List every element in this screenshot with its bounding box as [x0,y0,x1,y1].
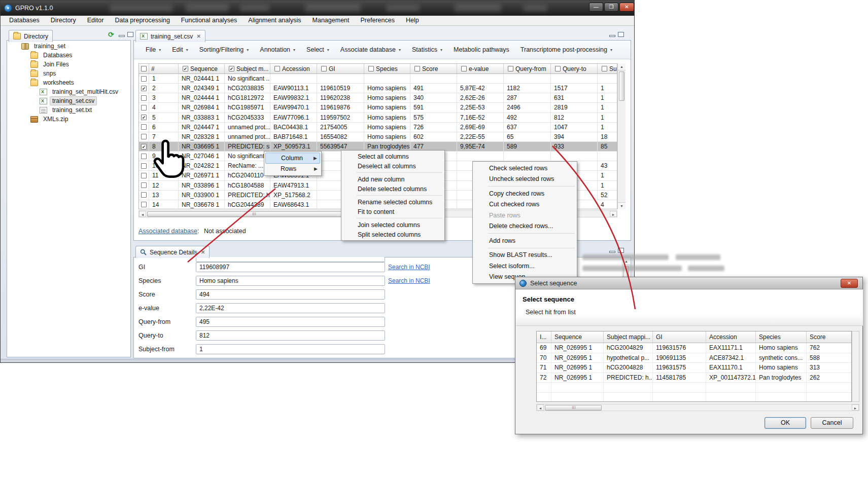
panel-minimize-icon[interactable] [609,251,615,253]
menu-item-column[interactable]: Column▶ [265,153,320,164]
field-input-query-from[interactable]: 495 [196,317,385,327]
field-input-gi[interactable]: 119608997 [196,262,385,272]
menu-item-copy-checked-rows[interactable]: Copy checked rows [474,188,576,199]
select-all-checkbox[interactable] [141,66,147,71]
column-header-score[interactable]: Score [410,64,457,73]
row-checkbox[interactable] [141,202,147,207]
associated-database-link[interactable]: Associated database [138,228,197,235]
toolbar-statistics[interactable]: Statistics▾ [406,46,448,53]
menu-item-uncheck-selected-rows[interactable]: Uncheck selected rows [474,174,576,185]
tree-item-xmls-zip[interactable]: XMLs.zip [7,115,130,124]
table-row[interactable]: 5NR_033883 1hCG2045333EAW77096.111959750… [139,113,617,123]
column-checkbox[interactable] [602,66,607,71]
table-row[interactable]: 4NR_026984 1hCG1985971EAW99470.111961987… [139,103,617,113]
window-close-button[interactable]: ✕ [619,3,634,12]
menu-item-select-isoform[interactable]: Select isoform... [474,261,576,272]
row-checkbox[interactable] [141,115,147,120]
tree-item-training-set-txt[interactable]: training_set.txt [7,105,130,115]
toolbar-select[interactable]: Select▾ [301,46,335,53]
row-checkbox[interactable] [141,124,147,130]
column-checkbox[interactable] [183,66,188,71]
menubar-item-functional-analyses[interactable]: Functional analyses [176,16,242,25]
column-header-subject-m[interactable]: Subject m... [225,64,270,73]
row-checkbox-cell[interactable] [139,93,149,102]
row-checkbox[interactable] [141,86,147,91]
tab-directory[interactable]: Directory [9,30,53,42]
table-header-select-all[interactable] [139,64,149,73]
column-checkbox[interactable] [555,66,561,71]
column-header-species[interactable]: Species [364,64,410,73]
toolbar-associate-database[interactable]: Associate database▾ [335,46,406,53]
dialog-column-header-accession[interactable]: Accession [706,331,756,343]
column-header-gi[interactable]: GI [317,64,364,73]
dialog-column-header-score[interactable]: Score [807,331,852,343]
dialog-table-row[interactable]: 69NR_026995 1hCG2004829119631576EAX11171… [537,343,851,353]
field-input-subject-from[interactable]: 1 [196,344,385,354]
row-checkbox-cell[interactable] [139,74,149,83]
dialog-hits-table[interactable]: I...SequenceSubject mappi...GIAccessionS… [536,331,852,402]
table-row[interactable]: 7NR_028328 1unnamed prot...BAB71648.1165… [139,132,617,142]
row-checkbox-cell[interactable] [139,171,149,180]
column-header-subj[interactable]: Subj [598,64,617,73]
menubar-item-directory[interactable]: Directory [45,16,82,25]
menu-item-rows[interactable]: Rows▶ [265,164,320,175]
dialog-title-bar[interactable]: Select sequence ✕ [515,277,862,289]
dialog-column-header-i[interactable]: I... [537,331,551,343]
row-checkbox-cell[interactable] [139,161,149,170]
menu-item-check-selected-rows[interactable]: Check selected rows [474,163,576,174]
dialog-vertical-scrollbar[interactable] [852,331,859,402]
menubar-item-preferences[interactable]: Preferences [355,16,400,25]
tree-item-training-set-multihit-csv[interactable]: training_set_multiHit.csv [7,87,130,96]
menubar-item-databases[interactable]: Databases [4,16,45,25]
field-input-query-to[interactable]: 812 [196,330,385,341]
panel-minimize-icon[interactable] [609,35,615,37]
tree-item-training-set[interactable]: training_set [7,42,130,51]
menubar-item-alignment-analysis[interactable]: Alignment analysis [242,16,306,25]
menu-item-delete-checked-rows[interactable]: Delete checked rows... [474,221,576,232]
tree-item-join-files[interactable]: Join Files [7,60,130,69]
menu-item-delete-selected-columns[interactable]: Delete selected columns [342,184,443,194]
column-header-e-value[interactable]: e-value [457,64,504,73]
search-in-ncbi-link[interactable]: Search in NCBI [388,277,430,284]
row-checkbox-cell[interactable] [139,103,149,112]
row-checkbox-cell[interactable] [139,200,149,209]
ok-button[interactable]: OK [765,417,806,429]
column-checkbox[interactable] [229,66,234,71]
table-row[interactable]: 6NR_024447 1unnamed prot...BAC04438.1217… [139,123,617,132]
window-maximize-button[interactable]: ❐ [604,3,618,12]
scroll-right-icon[interactable]: ► [610,211,617,217]
tree-item-worksheets[interactable]: worksheets [7,78,130,87]
menubar-item-data-preprocessing[interactable]: Data preprocessing [109,16,175,25]
tab-close-icon[interactable]: ✕ [196,33,200,39]
title-bar[interactable]: GPRO v1.1.0 — ❐ ✕ [1,1,634,16]
cancel-button[interactable]: Cancel [811,417,853,429]
scroll-left-icon[interactable]: ◄ [139,211,146,217]
table-vertical-scrollbar[interactable]: ▲ ▼ [617,63,626,209]
tree-item-databases[interactable]: Databases [7,51,130,60]
menu-item-deselect-all-columns[interactable]: Deselect all columns [342,161,443,171]
scrollbar-thumb[interactable] [619,71,624,101]
row-checkbox[interactable] [141,173,147,178]
column-checkbox[interactable] [414,66,420,71]
menubar-item-editor[interactable]: Editor [82,16,110,25]
panel-maximize-icon[interactable] [618,248,624,253]
row-checkbox[interactable] [141,76,147,82]
toolbar-metabolic-pathways[interactable]: Metabolic pathways [448,46,515,53]
toolbar-transcriptome-post-processing[interactable]: Transcriptome post-processing▾ [515,46,618,53]
field-input-species[interactable]: Homo sapiens [196,276,385,286]
column-header-query-from[interactable]: Query-from [504,64,551,73]
tree-item-training-set-csv[interactable]: training_set.csv [7,96,130,105]
dialog-close-button[interactable]: ✕ [841,279,858,288]
menu-item-cut-checked-rows[interactable]: Cut checked rows [474,199,576,210]
sequence-details-partial-field[interactable] [196,257,385,262]
tab-sequence-details[interactable]: Sequence Details ✕ [135,246,210,258]
refresh-icon[interactable]: ⟳ [108,32,114,37]
menu-item-show-blast-results[interactable]: Show BLAST results... [474,250,576,261]
menubar-item-management[interactable]: Management [307,16,355,25]
toolbar-file[interactable]: File▾ [140,46,166,53]
field-input-score[interactable]: 494 [196,289,385,300]
row-checkbox-cell[interactable] [139,123,149,132]
column-checkbox[interactable] [508,66,513,71]
column-header-[interactable]: # [149,64,179,73]
tree-item-snps[interactable]: snps [7,69,130,78]
